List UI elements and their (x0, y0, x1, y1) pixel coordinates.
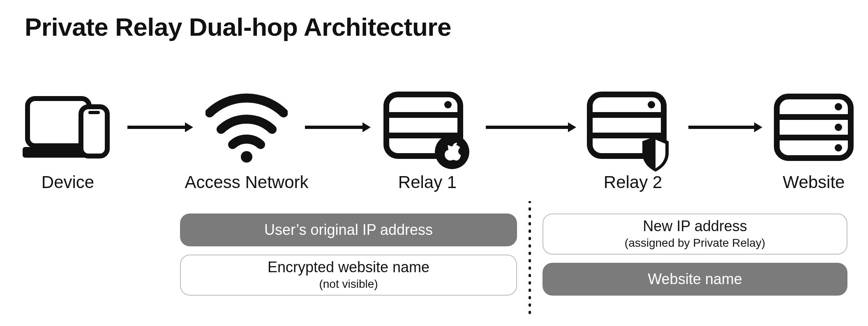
server-apple-icon (382, 90, 473, 172)
left-website-text: Encrypted website name (268, 259, 429, 275)
divider-dotted (528, 201, 532, 316)
website-label: Website (773, 172, 855, 192)
wifi-icon (205, 90, 288, 164)
server-shield-icon (586, 90, 676, 172)
svg-point-17 (835, 103, 842, 110)
svg-marker-27 (754, 122, 762, 132)
svg-point-19 (835, 144, 842, 152)
left-ip-pill: User’s original IP address (180, 214, 517, 246)
left-website-pill: Encrypted website name (not visible) (180, 255, 517, 296)
right-website-text: Website name (648, 271, 742, 287)
device-icon (23, 94, 113, 168)
svg-point-18 (835, 124, 842, 131)
left-website-sub: (not visible) (319, 277, 378, 291)
arrow-icon (688, 119, 762, 135)
svg-marker-21 (185, 122, 193, 132)
server-icon (773, 92, 855, 164)
relay2-label: Relay 2 (588, 172, 678, 192)
right-ip-sub: (assigned by Private Relay) (625, 236, 765, 250)
device-label: Device (23, 172, 113, 192)
arrow-icon (127, 119, 193, 135)
arrow-icon (305, 119, 371, 135)
left-ip-text: User’s original IP address (264, 222, 433, 238)
right-website-pill: Website name (542, 263, 847, 296)
diagram-canvas: Private Relay Dual-hop Architecture (0, 0, 868, 326)
right-ip-text: New IP address (643, 218, 747, 234)
svg-rect-3 (88, 111, 100, 114)
svg-point-8 (444, 101, 452, 108)
svg-marker-25 (568, 122, 576, 132)
relay1-label: Relay 1 (382, 172, 473, 192)
svg-point-4 (241, 151, 252, 163)
right-ip-pill: New IP address (assigned by Private Rela… (542, 214, 847, 255)
access-network-label: Access Network (173, 172, 321, 192)
svg-marker-23 (362, 122, 371, 132)
svg-point-13 (648, 101, 655, 108)
diagram-title: Private Relay Dual-hop Architecture (25, 12, 451, 41)
arrow-icon (486, 119, 576, 135)
